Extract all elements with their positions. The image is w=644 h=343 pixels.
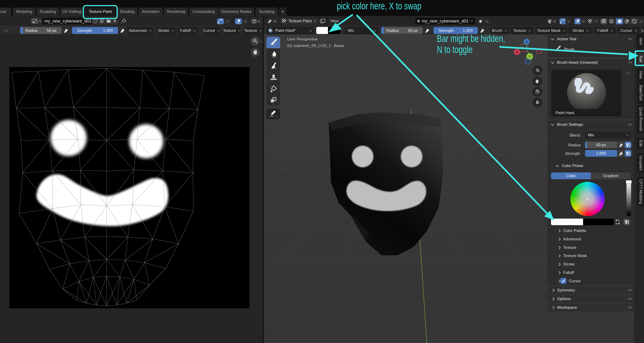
- svg-text:Y: Y: [529, 55, 531, 58]
- svg-text:Paint Hard: Paint Hard: [556, 110, 574, 115]
